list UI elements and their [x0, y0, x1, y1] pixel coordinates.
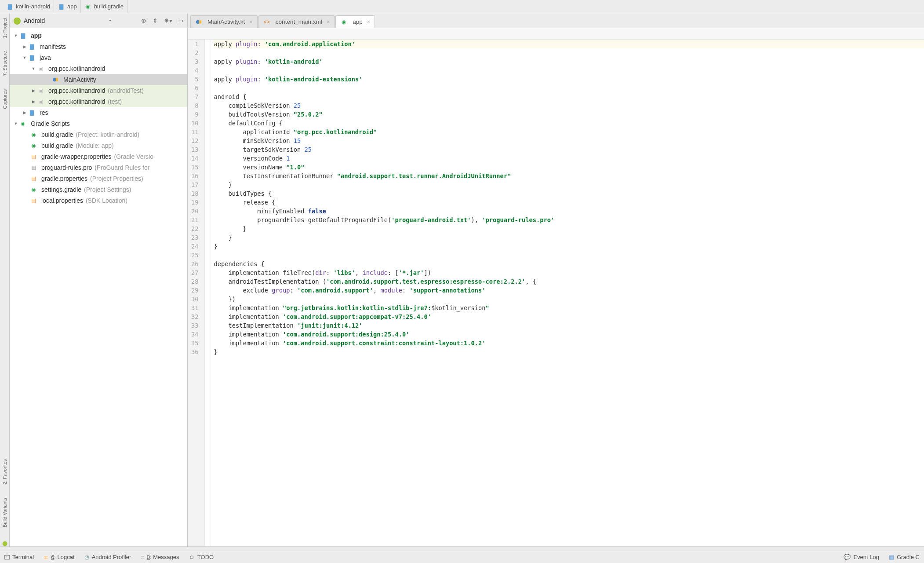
tree-label: org.pcc.kotlinandroid	[48, 87, 105, 94]
chevron-right-icon[interactable]	[21, 44, 28, 49]
tree-qualifier: (Project: kotlin-android)	[76, 131, 139, 138]
toolwindow-logcat[interactable]: ≣ 6: Logcat	[44, 554, 75, 560]
collapse-icon[interactable]: ⇕	[153, 17, 158, 24]
toolwindow-profiler[interactable]: ◔ Android Profiler	[84, 554, 131, 560]
chevron-down-icon[interactable]	[30, 66, 37, 71]
tree-node-java[interactable]: ▇ java	[10, 52, 187, 63]
toolwindow-structure[interactable]: 7: Structure	[2, 51, 7, 76]
gradle-console-icon: ▦	[889, 554, 894, 560]
close-icon[interactable]: ×	[367, 18, 371, 25]
tree-node-mainactivity[interactable]: MainActivity	[10, 74, 187, 85]
tab-app[interactable]: ◉ app ×	[335, 15, 375, 28]
properties-icon: ▤	[30, 175, 37, 182]
left-tool-strip: 1: Project 7: Structure Captures 2: Favo…	[0, 13, 10, 546]
chevron-down-icon[interactable]: ▾	[109, 18, 111, 23]
tab-content-main[interactable]: <> content_main.xml ×	[258, 15, 335, 28]
toolwindow-project[interactable]: 1: Project	[2, 18, 7, 38]
hide-icon[interactable]: ↦	[178, 17, 184, 24]
folder-icon: ▇	[28, 54, 35, 61]
toolwindow-terminal[interactable]: Terminal	[4, 554, 34, 560]
project-view-mode[interactable]: Android	[24, 17, 45, 24]
properties-icon: ▤	[30, 153, 37, 160]
svg-rect-3	[199, 20, 201, 23]
tab-label: content_main.xml	[276, 18, 322, 25]
toolwindow-todo[interactable]: ☺ TODO	[189, 554, 214, 560]
tree-node-build-gradle-project[interactable]: ◉ build.gradle (Project: kotlin-android)	[10, 129, 187, 140]
tree-node-res[interactable]: ▇ res	[10, 107, 187, 118]
editor-breadcrumb-sub	[188, 28, 924, 40]
tab-label: MainActivity.kt	[207, 18, 245, 25]
properties-icon: ▤	[30, 197, 37, 204]
breadcrumb-file-label: build.gradle	[94, 3, 124, 10]
tree-node-gradle-properties[interactable]: ▤ gradle.properties (Project Properties)	[10, 173, 187, 184]
logcat-icon: ≣	[44, 554, 48, 560]
svg-rect-1	[56, 78, 58, 81]
chevron-down-icon[interactable]	[12, 33, 19, 38]
tree-node-local-properties[interactable]: ▤ local.properties (SDK Location)	[10, 195, 187, 206]
scroll-strip[interactable]	[0, 546, 924, 551]
tree-qualifier: (SDK Location)	[86, 197, 127, 204]
tree-node-package-androidtest[interactable]: ▣ org.pcc.kotlinandroid (androidTest)	[10, 85, 187, 96]
toolwindow-captures[interactable]: Captures	[2, 89, 7, 109]
tab-mainactivity[interactable]: MainActivity.kt ×	[190, 15, 258, 28]
editor-body[interactable]: 12345 678910 1112131415 1617181920 21222…	[188, 40, 924, 546]
tree-node-gradle-scripts[interactable]: ◉ Gradle Scripts	[10, 118, 187, 129]
tree-node-settings-gradle[interactable]: ◉ settings.gradle (Project Settings)	[10, 184, 187, 195]
code-content[interactable]: apply plugin: 'com.android.application' …	[211, 40, 924, 546]
chevron-down-icon[interactable]	[12, 121, 19, 126]
project-tree[interactable]: ▇ app ▇ manifests ▇ java ▣ org.pcc.kotli…	[10, 28, 187, 546]
tree-qualifier: (Module: app)	[76, 142, 113, 149]
close-icon[interactable]: ×	[249, 18, 253, 25]
gradle-icon: ◉	[30, 186, 37, 193]
breadcrumb-module[interactable]: ▇ app	[54, 0, 81, 13]
tree-node-proguard[interactable]: ▦ proguard-rules.pro (ProGuard Rules for	[10, 162, 187, 173]
fold-column[interactable]	[205, 40, 211, 546]
tree-node-gradle-wrapper[interactable]: ▤ gradle-wrapper.properties (Gradle Vers…	[10, 151, 187, 162]
tree-qualifier: (test)	[108, 98, 122, 105]
tree-node-app[interactable]: ▇ app	[10, 30, 187, 41]
event-log-icon: 💬	[844, 554, 851, 560]
breadcrumb-file[interactable]: ◉ build.gradle	[81, 0, 127, 13]
chevron-down-icon[interactable]	[21, 55, 28, 60]
chevron-right-icon[interactable]	[30, 88, 37, 93]
kotlin-file-icon	[195, 18, 202, 26]
toolwindow-event-log[interactable]: 💬 Event Log	[844, 554, 879, 560]
sb-label: TODO	[197, 554, 214, 560]
tree-qualifier: (Gradle Versio	[114, 153, 153, 160]
profiler-icon: ◔	[84, 554, 89, 560]
tree-node-package-test[interactable]: ▣ org.pcc.kotlinandroid (test)	[10, 96, 187, 107]
tree-label: build.gradle	[41, 142, 73, 149]
toolwindow-gradle[interactable]: ▦ Gradle C	[889, 554, 920, 560]
tree-label: Gradle Scripts	[31, 120, 70, 127]
gear-icon[interactable]: ✷▾	[164, 17, 172, 24]
gradle-icon: ◉	[84, 3, 91, 10]
folder-icon: ▇	[6, 3, 13, 10]
editor-area: MainActivity.kt × <> content_main.xml × …	[188, 13, 924, 546]
xml-file-icon: <>	[263, 18, 270, 26]
tree-node-manifests[interactable]: ▇ manifests	[10, 41, 187, 52]
tree-label: java	[40, 54, 51, 61]
gradle-icon: ◉	[340, 18, 347, 26]
close-icon[interactable]: ×	[327, 18, 330, 25]
package-icon: ▣	[37, 98, 44, 105]
tab-label: app	[353, 18, 363, 25]
tree-label: settings.gradle	[41, 186, 81, 193]
tree-label: manifests	[40, 43, 66, 50]
toolwindow-build-variants[interactable]: Build Variants	[2, 498, 7, 527]
target-icon[interactable]: ⊕	[141, 17, 146, 24]
tree-label: proguard-rules.pro	[41, 164, 92, 171]
tree-node-package-main[interactable]: ▣ org.pcc.kotlinandroid	[10, 63, 187, 74]
chevron-right-icon[interactable]	[21, 110, 28, 115]
tree-label: res	[40, 109, 48, 116]
chevron-right-icon[interactable]	[30, 99, 37, 104]
tree-node-build-gradle-module[interactable]: ◉ build.gradle (Module: app)	[10, 140, 187, 151]
toolwindow-messages[interactable]: ≡ 0: Messages	[141, 554, 179, 560]
line-gutter[interactable]: 12345 678910 1112131415 1617181920 21222…	[188, 40, 205, 546]
breadcrumb: ▇ kotlin-android ▇ app ◉ build.gradle	[0, 0, 924, 13]
editor-tabs: MainActivity.kt × <> content_main.xml × …	[188, 13, 924, 28]
breadcrumb-project-label: kotlin-android	[16, 3, 50, 10]
tree-qualifier: (ProGuard Rules for	[95, 164, 149, 171]
terminal-icon	[4, 555, 10, 559]
toolwindow-favorites[interactable]: 2: Favorites	[2, 459, 7, 484]
breadcrumb-project[interactable]: ▇ kotlin-android	[3, 0, 54, 13]
